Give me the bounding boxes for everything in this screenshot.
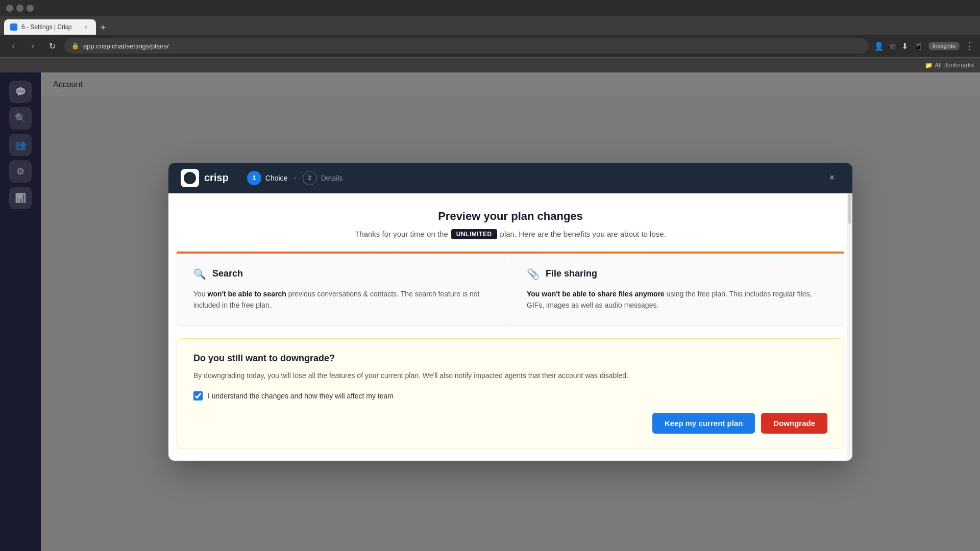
url-text: app.crisp.chat/settings/plans/ (83, 42, 169, 50)
downgrade-section: Do you still want to downgrade? By downg… (177, 338, 844, 448)
step-1-number: 1 (247, 171, 261, 185)
crisp-logo: crisp (181, 169, 229, 187)
search-icon: 🔍 (193, 268, 206, 280)
reload-button[interactable]: ↻ (45, 39, 59, 53)
private-icon: 👤 (874, 41, 884, 51)
modal-overlay: crisp 1 Choice › 2 Details × (41, 72, 980, 551)
step-1-label: Choice (265, 174, 288, 182)
bookmarks-folder-icon: 📁 (925, 62, 933, 69)
tab-favicon (10, 23, 17, 31)
bookmarks-label: All Bookmarks (935, 62, 974, 69)
search-desc-bold: won't be able to search (208, 290, 286, 298)
maximize-button[interactable]: □ (16, 5, 23, 12)
step-divider: › (293, 173, 296, 183)
action-buttons: Keep my current plan Downgrade (193, 413, 827, 434)
step-2-number: 2 (303, 171, 317, 185)
forward-button[interactable]: › (26, 39, 40, 53)
tab-bar: 6 - Settings | Crisp × + (0, 16, 980, 35)
url-bar[interactable]: 🔒 app.crisp.chat/settings/plans/ (64, 38, 869, 54)
scrollbar-thumb (848, 193, 851, 224)
crisp-logo-inner (184, 172, 196, 184)
bookmarks-bar: 📁 All Bookmarks (0, 57, 980, 72)
sidebar-icon-home[interactable]: 💬 (9, 81, 32, 103)
sidebar-icon-users[interactable]: 👥 (9, 134, 32, 156)
plan-badge: UNLIMITED (451, 229, 497, 239)
tab-close-button[interactable]: × (82, 23, 90, 31)
downgrade-title: Do you still want to downgrade? (193, 353, 827, 364)
downgrade-button[interactable]: Downgrade (761, 413, 827, 434)
features-section: 🔍 Search You won't be able to search pre… (177, 252, 844, 326)
modal-header: crisp 1 Choice › 2 Details × (168, 163, 852, 193)
preview-subtitle: Thanks for your time on the UNLIMITED pl… (181, 229, 840, 239)
menu-icon[interactable]: ⋮ (965, 40, 974, 52)
new-tab-button[interactable]: + (96, 20, 110, 35)
feature-file-sharing: 📎 File sharing You won't be able to shar… (510, 254, 844, 325)
back-button[interactable]: ‹ (6, 39, 20, 53)
modal-body: Preview your plan changes Thanks for you… (168, 193, 852, 461)
feature-file-header: 📎 File sharing (527, 268, 827, 280)
step-2: 2 Details (303, 171, 343, 185)
titlebar: — □ × (0, 0, 980, 16)
sidebar-icon-search[interactable]: 🔍 (9, 107, 32, 130)
search-desc-before: You (193, 290, 208, 298)
step-1: 1 Choice (247, 171, 288, 185)
feature-search-desc: You won't be able to search previous con… (193, 288, 494, 311)
preview-title: Preview your plan changes (181, 210, 840, 223)
paperclip-icon: 📎 (527, 268, 540, 280)
features-grid: 🔍 Search You won't be able to search pre… (177, 254, 844, 326)
step-2-label: Details (321, 174, 343, 182)
crisp-logo-icon (181, 169, 199, 187)
star-icon: ☆ (889, 41, 896, 51)
subtitle-before: Thanks for your time on the (355, 230, 448, 238)
minimize-button[interactable]: — (6, 5, 13, 12)
sidebar-icon-analytics[interactable]: 📊 (9, 187, 32, 209)
feature-file-desc: You won't be able to share files anymore… (527, 288, 827, 311)
modal-dialog: crisp 1 Choice › 2 Details × (168, 163, 852, 461)
modal-scrollbar[interactable] (847, 193, 852, 461)
feature-search-header: 🔍 Search (193, 268, 494, 280)
tab-title: 6 - Settings | Crisp (21, 23, 71, 31)
page-content: 💬 🔍 👥 ⚙ 📊 Account crisp (0, 72, 980, 551)
feature-search: 🔍 Search You won't be able to search pre… (177, 254, 510, 325)
feature-file-title: File sharing (546, 268, 597, 279)
feature-search-title: Search (212, 268, 243, 279)
window-controls: — □ × (6, 5, 34, 12)
checkbox-row: I understand the changes and how they wi… (193, 391, 827, 400)
modal-close-button[interactable]: × (824, 170, 840, 186)
stepper: 1 Choice › 2 Details (247, 171, 343, 185)
lock-icon: 🔒 (71, 42, 79, 49)
incognito-badge: Incognito (928, 42, 960, 50)
logo-text: crisp (204, 172, 229, 184)
checkbox-label: I understand the changes and how they wi… (208, 392, 394, 400)
download-icon: ⬇ (901, 41, 908, 51)
address-bar: ‹ › ↻ 🔒 app.crisp.chat/settings/plans/ 👤… (0, 35, 980, 57)
file-desc-bold: You won't be able to share files anymore (527, 290, 665, 298)
downgrade-description: By downgrading today, you will lose all … (193, 370, 827, 381)
understand-checkbox[interactable] (193, 391, 203, 400)
close-button[interactable]: × (27, 5, 34, 12)
active-tab[interactable]: 6 - Settings | Crisp × (4, 19, 96, 35)
keep-plan-button[interactable]: Keep my current plan (652, 413, 755, 434)
sidebar-icon-settings[interactable]: ⚙ (9, 160, 32, 183)
devices-icon: 📱 (913, 41, 923, 51)
sidebar: 💬 🔍 👥 ⚙ 📊 (0, 72, 41, 551)
main-content-behind: Account crisp 1 Choice (41, 72, 980, 551)
subtitle-after: plan. Here are the benefits you are abou… (500, 230, 666, 238)
preview-header: Preview your plan changes Thanks for you… (168, 193, 852, 252)
